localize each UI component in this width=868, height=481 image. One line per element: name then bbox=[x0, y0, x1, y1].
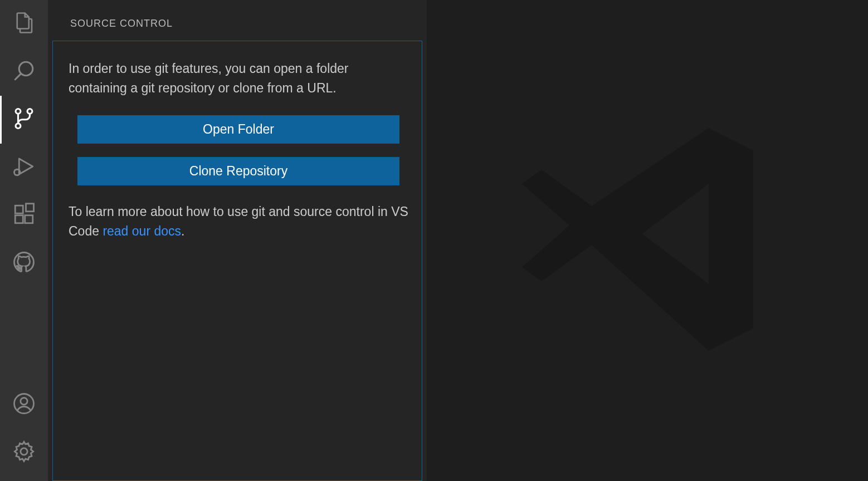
svg-point-16 bbox=[21, 448, 27, 455]
svg-point-2 bbox=[16, 109, 21, 114]
activity-accounts[interactable] bbox=[0, 381, 48, 429]
panel-content: In order to use git features, you can op… bbox=[52, 41, 422, 481]
search-icon bbox=[12, 59, 36, 85]
activity-run-debug[interactable] bbox=[0, 144, 48, 192]
files-icon bbox=[12, 11, 36, 37]
editor-area bbox=[427, 0, 868, 481]
activity-search[interactable] bbox=[0, 48, 48, 96]
git-branch-icon bbox=[12, 107, 36, 132]
svg-point-3 bbox=[27, 109, 32, 114]
debug-icon bbox=[12, 155, 36, 180]
gear-icon bbox=[12, 440, 36, 465]
learn-more-text: To learn more about how to use git and s… bbox=[69, 202, 408, 240]
activity-explorer[interactable] bbox=[0, 0, 48, 48]
clone-repository-button[interactable]: Clone Repository bbox=[77, 157, 399, 185]
svg-rect-10 bbox=[15, 205, 23, 213]
activity-bar bbox=[0, 0, 48, 481]
svg-rect-11 bbox=[15, 215, 23, 223]
source-control-panel: SOURCE CONTROL In order to use git featu… bbox=[48, 0, 427, 481]
activity-github[interactable] bbox=[0, 239, 48, 287]
svg-line-8 bbox=[14, 169, 15, 170]
svg-rect-12 bbox=[25, 215, 33, 223]
account-icon bbox=[12, 392, 36, 418]
read-docs-link[interactable]: read our docs bbox=[103, 224, 181, 238]
description-text: In order to use git features, you can op… bbox=[69, 59, 408, 97]
svg-point-15 bbox=[21, 398, 27, 405]
svg-rect-13 bbox=[26, 204, 34, 212]
panel-title: SOURCE CONTROL bbox=[48, 11, 427, 41]
svg-line-9 bbox=[14, 174, 15, 175]
vscode-watermark-icon bbox=[508, 100, 787, 381]
svg-line-1 bbox=[15, 74, 21, 80]
activity-source-control[interactable] bbox=[0, 96, 48, 144]
activity-settings[interactable] bbox=[0, 429, 48, 477]
github-icon bbox=[12, 251, 36, 276]
open-folder-button[interactable]: Open Folder bbox=[77, 115, 399, 144]
extensions-icon bbox=[12, 203, 36, 228]
svg-point-4 bbox=[16, 124, 21, 129]
activity-extensions[interactable] bbox=[0, 192, 48, 239]
